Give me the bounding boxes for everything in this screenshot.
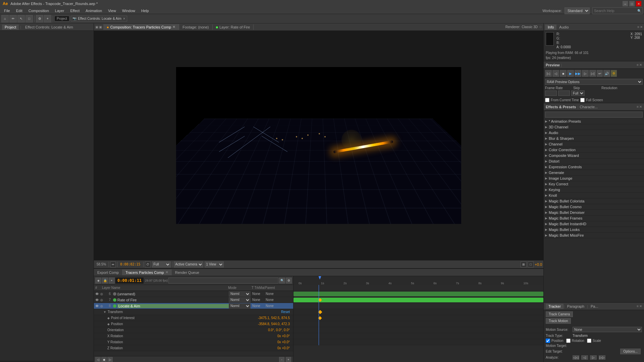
tab-tracers-comp[interactable]: Tracers Particles Comp ✕ (122, 269, 172, 275)
group-knoll[interactable]: ▶Knoll (544, 193, 644, 198)
tab-effect-controls[interactable]: Effect Controls: Locate & Aim (22, 24, 76, 30)
fit-comp-button[interactable]: ⇔ (110, 261, 116, 267)
workspace-select[interactable]: Standard (565, 7, 590, 14)
tl-zoom-in[interactable]: + (286, 357, 291, 362)
toolbar-pen[interactable]: ✏ (9, 15, 17, 22)
layer-search-btn[interactable]: 🔍 (279, 278, 285, 284)
menu-help[interactable]: Help (139, 8, 152, 13)
scale-checkbox[interactable] (587, 339, 591, 343)
position-checkbox[interactable] (546, 339, 550, 343)
quality-select[interactable]: FullHalfQuarter (152, 261, 171, 267)
tracker-close[interactable]: ✕ (639, 304, 642, 308)
tab-tracker[interactable]: Tracker (546, 304, 564, 309)
group-distort[interactable]: ▶Distort (544, 159, 644, 164)
first-frame-btn[interactable]: |◁ (545, 70, 552, 77)
group-generate[interactable]: ▶Generate (544, 170, 644, 176)
layer-add[interactable]: + (109, 278, 115, 284)
tl-next-keyframe[interactable]: ▷ (107, 357, 113, 362)
options-btn[interactable]: Options... (620, 349, 641, 354)
layer-row-6[interactable]: 👁 ◎ 6 (unnamed) Norml None None (94, 291, 293, 297)
layer-visibility-6[interactable]: 👁 (95, 292, 99, 296)
view-select[interactable]: 1 View2 Views4 Views (205, 261, 224, 267)
resolution-select[interactable]: FullHalf (571, 90, 585, 96)
play-btn[interactable]: ▶ (567, 70, 574, 77)
char-tab[interactable]: Characte... (580, 105, 598, 109)
layer-solo[interactable]: ◈ (95, 278, 101, 284)
next-frame-btn[interactable]: ▷ (582, 70, 589, 77)
menu-animation[interactable]: Animation (83, 8, 105, 13)
toolbar-home[interactable]: ⌂ (1, 15, 9, 22)
group-magic-bullet-frames[interactable]: ▶Magic Bullet Frames (544, 216, 644, 221)
group-magic-bullet-misfire[interactable]: ▶Magic Bullet MissFire (544, 233, 644, 238)
analyze-fwd-btn[interactable]: ▷▷ (599, 355, 605, 360)
effect-controls-tab[interactable]: Effect Controls: Locate & Aim (78, 17, 121, 20)
minimize-button[interactable]: – (623, 1, 628, 6)
toolbar-add-footage[interactable]: + (44, 15, 51, 22)
layer-row-rate-of-fire[interactable]: 👁 ◎ 7 Rate of Fire Norml None None (94, 297, 293, 303)
stop-btn[interactable]: ■ (560, 70, 567, 77)
camera-select[interactable]: Active Camera (174, 261, 203, 267)
clock-icon[interactable]: ⏱ (145, 261, 151, 267)
sublayer-position[interactable]: ◆ Position -3584.8, 544.0, 472.3 (94, 321, 293, 327)
motion-source-select[interactable]: None (573, 327, 642, 332)
preview-menu[interactable]: ≡ (637, 63, 639, 67)
analyze-next-btn[interactable]: ▷ (590, 355, 597, 360)
group-magic-bullet-denoiser[interactable]: ▶Magic Bullet Denoiser (544, 210, 644, 216)
effects-search-input[interactable] (545, 112, 643, 118)
tl-add-keyframe[interactable]: ◆ (101, 357, 107, 362)
tl-prev-keyframe[interactable]: ◁ (95, 357, 101, 362)
group-magic-bullet-instanthd[interactable]: ▶Magic Bullet InstantHD (544, 221, 644, 227)
frame-rate-input[interactable]: 24 (545, 90, 557, 96)
menu-edit[interactable]: Edit (13, 8, 25, 13)
rotation-checkbox[interactable] (566, 339, 571, 343)
menu-composition[interactable]: Composition (26, 8, 52, 13)
layer-mode-6[interactable]: Norml (229, 291, 252, 297)
layer-visibility-8[interactable]: 👁 (95, 304, 99, 308)
tab-info[interactable]: Info (545, 24, 556, 30)
group-3d-channel[interactable]: ▶3D Channel (544, 124, 644, 130)
group-expression-controls[interactable]: ▶Expression Controls (544, 164, 644, 170)
menu-layer[interactable]: Layer (52, 8, 67, 13)
loop-btn[interactable]: ↩ (597, 70, 603, 77)
tab-paragraph[interactable]: Paragraph (565, 304, 587, 309)
menu-effect[interactable]: Effect (67, 8, 82, 13)
ram-preview-select[interactable]: RAM Preview Options (545, 79, 643, 85)
tl-zoom-out[interactable]: - (279, 357, 284, 362)
toolbar-rect[interactable]: □ (25, 15, 33, 22)
effects-close[interactable]: ✕ (639, 105, 642, 109)
layer-settings[interactable]: ⚙ (286, 278, 292, 284)
track-bar-8[interactable] (293, 298, 543, 302)
last-frame-btn[interactable]: ▷| (589, 70, 596, 77)
group-magic-bullet-cosmo[interactable]: ▶Magic Bullet Cosmo (544, 204, 644, 210)
tab-layer-fire[interactable]: ■ Layer: Rate of Fire (213, 24, 254, 30)
group-image-lounge[interactable]: ▶Image Lounge (544, 176, 644, 181)
ram-preview-btn[interactable]: ▶▶ (575, 70, 581, 77)
group-audio[interactable]: ▶Audio (544, 130, 644, 136)
group-key-correct[interactable]: ▶Key Correct (544, 181, 644, 187)
layer-row-locate-aim[interactable]: 👁 ◎ 8 Locate & Aim Norml None None (94, 303, 293, 309)
preview-settings-btn[interactable]: ⚙ (611, 70, 617, 77)
analyze-prev-btn[interactable]: ◁ (581, 355, 588, 360)
grid-toggle[interactable]: ⊞ (521, 261, 527, 267)
prev-frame-btn[interactable]: ◁ (552, 70, 559, 77)
analyze-back-btn[interactable]: ◁◁ (573, 355, 579, 360)
full-screen-checkbox[interactable] (580, 98, 585, 102)
resize-handle-left[interactable] (0, 361, 94, 362)
from-current-checkbox[interactable] (545, 98, 549, 102)
layer-search-input[interactable] (168, 278, 278, 284)
panel-close-info[interactable]: ✕ (640, 25, 643, 29)
tab-project[interactable]: Project (2, 24, 19, 30)
tab-comp-tracers[interactable]: ● Composition: Tracers Particles Comp ✕ (103, 24, 179, 30)
track-motion-btn[interactable]: Track Motion (546, 318, 571, 324)
tracker-menu[interactable]: ≡ (637, 304, 639, 308)
tab-audio[interactable]: Audio (556, 24, 571, 30)
group-animation-presets[interactable]: ▶* Animation Presets (544, 119, 644, 124)
reset-btn[interactable]: Reset (281, 310, 290, 314)
track-bar-7[interactable] (293, 292, 543, 296)
search-help-input[interactable] (592, 7, 643, 14)
toolbar-comp-settings[interactable]: ⚙ (36, 15, 43, 22)
group-magic-bullet-colorista[interactable]: ▶Magic Bullet Colorista (544, 198, 644, 204)
audio-btn[interactable]: 🔊 (603, 70, 610, 77)
tab-render-queue[interactable]: Render Queue (172, 270, 203, 275)
close-button[interactable]: ✕ (636, 1, 641, 6)
